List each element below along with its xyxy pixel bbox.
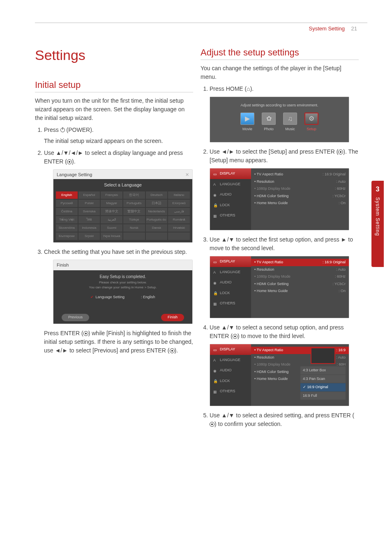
language-option: Português do Brasil	[146, 216, 168, 223]
right-step-2: Use ◄/► to select the [Setup] and press …	[210, 147, 359, 230]
right-column: Adjust the setup settings You can change…	[201, 47, 359, 432]
setup-tab-language: ALANGUAGE	[210, 355, 251, 366]
dpad-arrows: ▲/▼/◄/►	[56, 150, 83, 156]
setup-screenshot-1: ▭DISPLAYALANGUAGE◉AUDIO🔒LOCK▦OTHERS• TV …	[210, 168, 349, 230]
home-screenshot: Adjust settings according to users envir…	[210, 97, 349, 143]
language-option: Indonesia	[78, 224, 100, 232]
finish-instruction: Press ENTER () while [Finish] is highlig…	[44, 329, 193, 355]
language-option: Български	[56, 232, 78, 240]
setup-tab-language: ALANGUAGE	[210, 267, 251, 278]
language-option: Deutsch	[146, 191, 168, 199]
header-section: System Setting	[309, 25, 344, 32]
setup-tab-others: ▦OTHERS	[210, 386, 251, 397]
language-option: 한국어	[123, 191, 145, 199]
language-option: Italiano	[168, 191, 190, 199]
language-option	[168, 232, 190, 240]
enter-icon	[338, 150, 343, 154]
language-option: Hrvatski	[168, 224, 190, 232]
language-option: Ελληνικά	[168, 200, 190, 207]
enter-icon	[83, 331, 88, 336]
page-header: System Setting 21	[309, 25, 357, 32]
finish-button: Finish	[161, 314, 184, 321]
left-step-1: Press (POWER). The initial setup wizard …	[44, 126, 193, 145]
setup-row: • Resolution: Auto	[254, 266, 346, 274]
setup-tab-display: ▭DISPLAY	[210, 256, 251, 267]
setup-row: • 1080p Display Mode: 60Hz	[254, 273, 346, 281]
right-step-5: Use ▲/▼ to select a desired setting, and…	[210, 411, 359, 428]
setup-row: • 1080p Display Mode: 60Hz	[254, 185, 346, 193]
adjust-intro: You can change the settings of the playe…	[201, 64, 359, 81]
left-step-2: Use ▲/▼/◄/► to select a display language…	[44, 149, 193, 243]
language-option: Tiếng Việt	[56, 216, 78, 223]
aspect-option: 4:3 Letter Box	[300, 366, 346, 375]
home-tile-setup: ⚙Setup	[304, 113, 318, 132]
home-tile-music: ♫Music	[283, 113, 297, 132]
left-step1-sub: The initial setup wizard appears on the …	[44, 137, 193, 145]
right-step-1: Press HOME (⌂). Adjust settings accordin…	[210, 85, 359, 143]
language-option: فارسی	[168, 208, 190, 215]
finish-screenshot: Finish Easy Setup is completed. Please c…	[53, 260, 193, 324]
setup-tab-lock: 🔒LOCK	[210, 376, 251, 387]
language-option: Suomi	[101, 224, 122, 232]
previous-button: Previous	[62, 314, 89, 321]
aspect-option: 4:3 Pan Scan	[300, 375, 346, 383]
language-option: Português	[123, 200, 145, 207]
right-step-4: Use ▲/▼ to select a second setup option,…	[210, 323, 359, 406]
home-tile-movie: ▶Movie	[240, 113, 254, 132]
language-option: العربية	[101, 216, 122, 223]
language-option: Čeština	[56, 208, 78, 215]
setup-tab-audio: ◉AUDIO	[210, 365, 251, 376]
left-step-3: Check the setting that you have set in t…	[44, 248, 193, 355]
aspect-option: 16:9 Full	[300, 392, 346, 400]
setup-tab-language: ALANGUAGE	[210, 179, 251, 190]
check-icon: ✔	[90, 295, 94, 299]
setup-row: • TV Aspect Ratio: 16:9 Original	[251, 259, 349, 266]
initial-heading: Initial setup	[35, 80, 193, 92]
setup-tab-display: ▭DISPLAY	[210, 168, 251, 179]
setup-tab-audio: ◉AUDIO	[210, 189, 251, 200]
side-tab: 3 System Setting	[371, 181, 384, 267]
language-option: Norsk	[123, 224, 145, 232]
language-option: Русский	[56, 200, 78, 207]
right-steps: Press HOME (⌂). Adjust settings accordin…	[201, 85, 359, 428]
home-tile-photo: ✿Photo	[262, 113, 276, 132]
language-option: Dansk	[146, 224, 168, 232]
setup-row: • HDMI Color Setting: YCbCr	[254, 281, 346, 288]
language-option: Nederlands	[146, 208, 168, 215]
enter-icon	[233, 334, 238, 339]
setup-tab-others: ▦OTHERS	[210, 298, 251, 309]
aspect-option: ✓ 16:9 Original	[300, 383, 346, 391]
aspect-popup: 4:3 Letter Box4:3 Pan Scan✓ 16:9 Origina…	[300, 347, 346, 400]
language-option: ไทย	[78, 216, 100, 223]
setup-screenshot-3: ▭DISPLAYALANGUAGE◉AUDIO🔒LOCK▦OTHERS• TV …	[210, 344, 349, 406]
setup-tab-lock: 🔒LOCK	[210, 288, 251, 299]
header-page: 21	[351, 25, 357, 32]
setup-row: • Home Menu Guide: On	[254, 200, 346, 207]
header-rule	[35, 23, 367, 23]
home-tiles: ▶Movie✿Photo♫Music⚙Setup	[214, 113, 345, 132]
language-option: Español	[78, 191, 100, 199]
initial-intro: When you turn on the unit for the first …	[35, 97, 193, 122]
side-tab-label: System Setting	[375, 197, 380, 236]
left-steps: Press (POWER). The initial setup wizard …	[35, 126, 193, 355]
language-option	[123, 232, 145, 240]
setup-tab-others: ▦OTHERS	[210, 210, 251, 221]
language-option: 日本語	[146, 200, 168, 207]
right-step-3: Use ▲/▼ to select the first setup option…	[210, 235, 359, 318]
language-option: Svenska	[78, 208, 100, 215]
enter-icon	[210, 422, 214, 427]
language-option: 繁體中文	[123, 208, 145, 215]
enter-icon	[170, 348, 175, 353]
language-option: 简体中文	[101, 208, 122, 215]
setup-row: • Resolution: Auto	[254, 178, 346, 186]
language-option	[146, 232, 168, 240]
left-column: Settings Initial setup When you turn on …	[35, 47, 193, 358]
setup-tab-display: ▭DISPLAY	[210, 344, 251, 355]
language-grid: EnglishEspañolFrançais한국어DeutschItaliano…	[53, 189, 192, 242]
language-option: Türkçe	[123, 216, 145, 223]
language-option: Magyar	[101, 200, 122, 207]
language-screenshot: Language Setting✕ Select a Language Engl…	[53, 169, 193, 243]
setup-tab-audio: ◉AUDIO	[210, 277, 251, 288]
close-icon: ✕	[185, 171, 189, 178]
language-option: Français	[101, 191, 122, 199]
